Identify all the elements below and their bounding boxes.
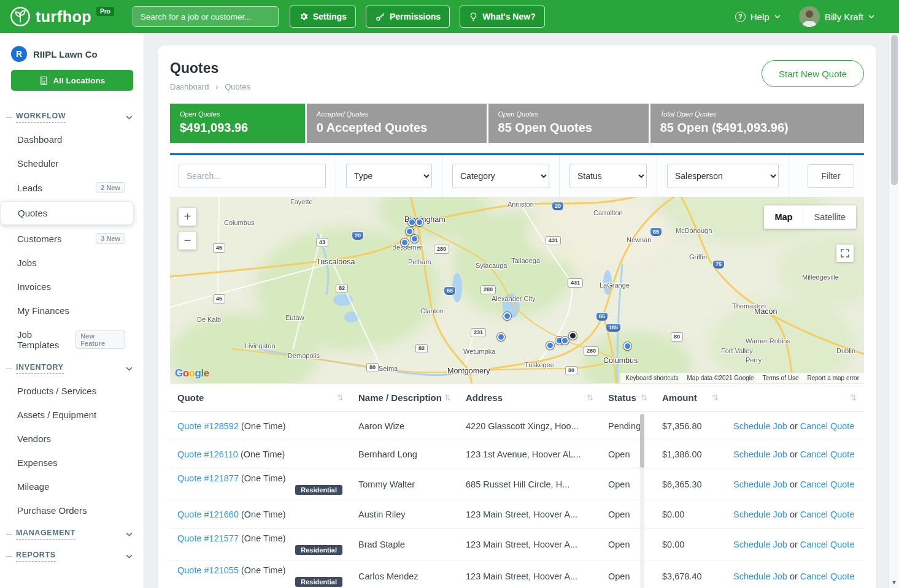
report-map-error-link[interactable]: Report a map error (808, 375, 859, 381)
road-shield: 75 (712, 260, 725, 269)
all-locations-button[interactable]: All Locations (11, 70, 133, 91)
table-scrollbar[interactable] (640, 414, 644, 588)
window-scrollbar[interactable]: ▼ (889, 33, 899, 588)
quote-link[interactable]: Quote #121660 (177, 510, 239, 519)
chevron-down-icon (126, 532, 133, 536)
keyboard-shortcuts-link[interactable]: Keyboard shortcuts (625, 375, 678, 381)
scroll-down-arrow-icon[interactable]: ▼ (892, 577, 897, 588)
map-label: Sylacauga (476, 262, 507, 269)
map-marker[interactable] (415, 218, 423, 226)
schedule-job-link[interactable]: Schedule Job (733, 571, 787, 581)
cancel-quote-link[interactable]: Cancel Quote (800, 540, 855, 549)
road-shield: 45 (213, 294, 225, 304)
terms-of-use-link[interactable]: Terms of Use (763, 375, 799, 381)
satellite-view-button[interactable]: Satellite (803, 205, 856, 229)
window-scrollbar-thumb[interactable] (891, 35, 898, 185)
stat-open-quotes-count: Open Quotes 85 Open Quotes (488, 104, 649, 143)
zoom-out-button[interactable]: − (179, 232, 196, 250)
sidebar-item-quotes[interactable]: Quotes (0, 201, 134, 225)
sidebar-item-products-services[interactable]: Products / Services (0, 379, 134, 403)
map-marker-selected[interactable] (569, 332, 577, 340)
filter-button[interactable]: Filter (808, 164, 854, 188)
quote-link[interactable]: Quote #126110 (177, 449, 238, 459)
sidebar-item-expenses[interactable]: Expenses (0, 451, 134, 475)
sort-icon[interactable]: ⇅ (641, 393, 647, 402)
sort-icon[interactable]: ⇅ (444, 393, 451, 402)
table-header-row: Quote⇅ Name / Description⇅ Address⇅ Stat… (170, 384, 864, 412)
quote-link[interactable]: Quote #121877 (177, 473, 239, 483)
cancel-quote-link[interactable]: Cancel Quote (800, 449, 855, 459)
user-menu[interactable]: Billy Kraft (799, 6, 874, 27)
schedule-job-link[interactable]: Schedule Job (733, 510, 787, 519)
map-marker[interactable] (546, 342, 554, 349)
sort-icon[interactable]: ⇅ (337, 393, 344, 402)
quote-link[interactable]: Quote #128592 (177, 421, 239, 431)
company-switcher[interactable]: R RIIPL Lawn Co (0, 33, 144, 70)
chevron-down-icon (126, 554, 133, 559)
sidebar-item-jobs[interactable]: Jobs (0, 251, 134, 275)
global-search-input[interactable] (133, 6, 279, 27)
brand[interactable]: turfhop Pro (10, 6, 114, 27)
sidebar-section-inventory[interactable]: Inventory (0, 357, 144, 379)
sidebar-item-dashboard[interactable]: Dashboard (0, 128, 134, 151)
residential-badge: Residential (295, 545, 342, 555)
sort-icon[interactable]: ⇅ (712, 393, 719, 402)
quotes-search-input[interactable] (179, 164, 326, 188)
quote-link[interactable]: Quote #121055 (177, 565, 239, 575)
status-select[interactable]: Status (569, 164, 647, 188)
cancel-quote-link[interactable]: Cancel Quote (800, 479, 855, 489)
map-marker[interactable] (561, 337, 569, 345)
fullscreen-button[interactable] (836, 245, 854, 262)
sidebar-item-my-finances[interactable]: My Finances (0, 299, 134, 323)
sidebar-item-purchase-orders[interactable]: Purchase Orders (0, 498, 134, 522)
stats-row: Open Quotes $491,093.96 Accepted Quotes … (170, 104, 864, 143)
category-select[interactable]: Category (452, 164, 549, 188)
help-icon: ? (735, 12, 746, 22)
sidebar-item-invoices[interactable]: Invoices (0, 275, 134, 299)
settings-button[interactable]: Settings (290, 6, 356, 28)
permissions-label: Permissions (390, 12, 441, 21)
quote-link[interactable]: Quote #121577 (177, 533, 239, 543)
sidebar-section-management[interactable]: Management (0, 522, 144, 544)
cancel-quote-link[interactable]: Cancel Quote (800, 571, 855, 581)
map-marker[interactable] (406, 227, 414, 235)
map-view-button[interactable]: Map (764, 205, 803, 229)
sort-icon[interactable]: ⇅ (587, 393, 593, 402)
breadcrumb-dashboard-link[interactable]: Dashboard (170, 82, 209, 91)
sidebar-item-assets-equipment[interactable]: Assets / Equipment (0, 403, 134, 427)
cancel-quote-link[interactable]: Cancel Quote (800, 421, 855, 431)
map-marker[interactable] (623, 342, 631, 350)
schedule-job-link[interactable]: Schedule Job (733, 479, 787, 489)
whats-new-button[interactable]: What's New? (460, 6, 545, 28)
table-scrollbar-thumb[interactable] (640, 414, 644, 468)
google-logo[interactable]: Google (175, 367, 209, 380)
map-marker[interactable] (401, 239, 409, 246)
sidebar-item-vendors[interactable]: Vendors (0, 427, 134, 451)
start-new-quote-button[interactable]: Start New Quote (762, 60, 864, 87)
sidebar-item-customers[interactable]: Customers 3 New (0, 226, 134, 251)
permissions-button[interactable]: Permissions (366, 6, 450, 28)
salesperson-select[interactable]: Salesperson (667, 164, 779, 188)
sidebar-item-leads[interactable]: Leads 2 New (0, 175, 134, 200)
sort-icon[interactable]: ⇅ (850, 393, 857, 402)
map-label: Eutaw (285, 314, 304, 321)
user-name: Billy Kraft (825, 12, 863, 22)
map-marker[interactable] (411, 235, 419, 243)
zoom-in-button[interactable]: + (179, 208, 196, 226)
schedule-job-link[interactable]: Schedule Job (733, 540, 787, 549)
schedule-job-link[interactable]: Schedule Job (733, 421, 787, 431)
sidebar-section-reports[interactable]: Reports (0, 544, 144, 567)
avatar (799, 6, 820, 27)
map-marker[interactable] (497, 333, 505, 341)
sidebar-section-workflow[interactable]: Workflow (0, 105, 144, 128)
cancel-quote-link[interactable]: Cancel Quote (800, 510, 855, 519)
sidebar-item-job-templates[interactable]: Job Templates New Feature (0, 323, 134, 357)
sidebar-item-scheduler[interactable]: Scheduler (0, 151, 134, 175)
sidebar-item-mileage[interactable]: Mileage (0, 475, 134, 498)
schedule-job-link[interactable]: Schedule Job (733, 449, 787, 459)
map-marker[interactable] (503, 312, 511, 320)
type-select[interactable]: Type (346, 164, 432, 188)
map[interactable]: Columbus Fayette Tuscaloosa Birmingham B… (170, 197, 864, 383)
help-menu[interactable]: ? Help (735, 12, 781, 22)
map-label: LaGrange (600, 281, 630, 289)
